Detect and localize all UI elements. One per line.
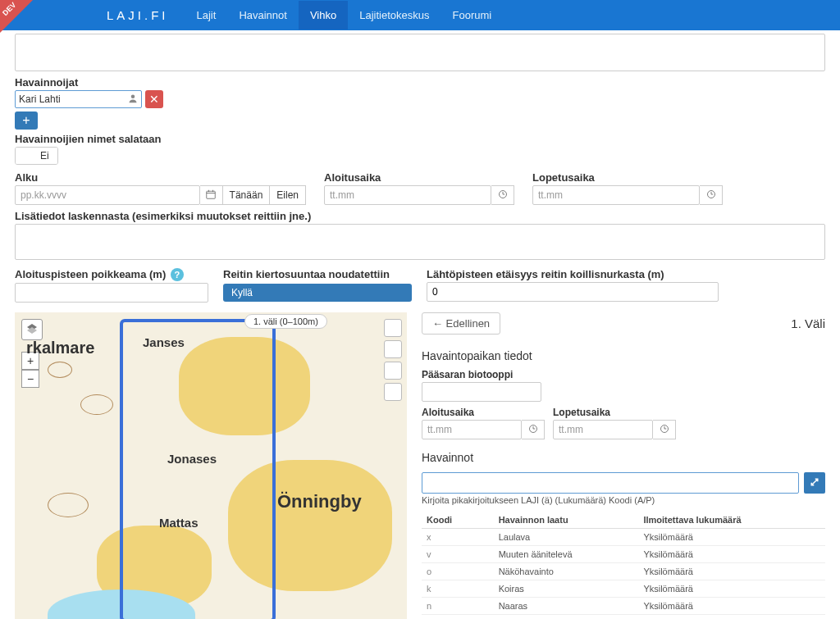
end-time-input[interactable] [532, 185, 700, 205]
right-aloitus-label: Aloitusaika [422, 407, 545, 418]
table-cell: v [422, 546, 494, 563]
remove-observer-button[interactable]: ✕ [145, 90, 163, 108]
expand-button[interactable] [804, 472, 825, 494]
right-lopetus-label: Lopetusaika [553, 407, 676, 418]
table-cell: Koiras [494, 580, 639, 598]
havaintopaikan-title: Havaintopaikan tiedot [422, 349, 825, 362]
table-row: yYlilentäväYksilömäärä [422, 615, 825, 620]
map-label-mattas: Mattas [159, 516, 199, 530]
havainnot-title: Havainnot [422, 451, 825, 464]
map-tool-4[interactable] [384, 383, 402, 401]
close-icon: ✕ [149, 93, 159, 106]
person-icon [128, 93, 138, 106]
observers-label: Havainnoijat [15, 76, 825, 89]
map-segment-pill[interactable]: 1. väli (0–100m) [244, 314, 327, 329]
codes-table: Koodi Havainnon laatu Ilmoitettava lukum… [422, 512, 825, 619]
svg-rect-3 [208, 189, 209, 191]
biotooppi-input[interactable] [422, 382, 541, 402]
clock-icon [528, 424, 538, 436]
table-cell: Yksilömäärä [638, 546, 825, 563]
brand-logo[interactable]: LAJI.FI [107, 8, 169, 22]
table-cell: o [422, 563, 494, 580]
segment-end-clock[interactable] [653, 420, 676, 439]
table-row: xLaulavaYksilömäärä [422, 529, 825, 546]
map-tool-1[interactable] [384, 319, 402, 337]
help-icon[interactable]: ? [171, 268, 184, 281]
add-observer-button[interactable]: + [15, 112, 38, 130]
svg-rect-1 [207, 191, 216, 198]
poikkeama-input[interactable] [15, 283, 208, 303]
clock-icon [498, 189, 508, 202]
hidden-names-toggle[interactable]: Ei [15, 147, 58, 165]
map[interactable]: 1. väli (0–100m) + − rkalmare Janses Jon… [15, 312, 407, 619]
lopetusaika-label: Lopetusaika [532, 171, 723, 184]
dev-badge: DEV [0, 0, 33, 33]
clock-icon [660, 424, 669, 436]
svg-point-0 [131, 94, 135, 98]
table-cell: y [422, 615, 494, 620]
previous-button[interactable]: ← Edellinen [422, 312, 500, 335]
th-laatu: Havainnon laatu [494, 512, 639, 529]
table-cell: Laulava [494, 529, 639, 546]
table-row: kKoirasYksilömäärä [422, 580, 825, 598]
expand-icon [810, 477, 819, 489]
table-cell: k [422, 580, 494, 598]
table-cell: Yksilömäärä [638, 615, 825, 620]
svg-rect-4 [212, 189, 213, 191]
nav-havainnot[interactable]: Havainnot [227, 1, 299, 30]
segment-start-input[interactable] [422, 420, 522, 439]
reitin-toggle[interactable]: Kyllä [223, 284, 412, 302]
svg-marker-12 [27, 327, 37, 334]
lisatiedot-label: Lisätiedot laskennasta (esimerkiksi muut… [15, 210, 825, 222]
nav-foorumi[interactable]: Foorumi [441, 1, 504, 30]
plus-icon: + [22, 113, 30, 128]
calendar-button[interactable] [200, 185, 223, 205]
table-cell: x [422, 529, 494, 546]
zoom-out-button[interactable]: − [21, 370, 39, 388]
map-label-janses: Janses [143, 335, 185, 349]
nav-vihko[interactable]: Vihko [299, 1, 348, 30]
poikkeama-label: Aloituspisteen poikkeama (m) ? [15, 268, 208, 281]
start-clock-button[interactable] [491, 185, 514, 205]
reitin-label: Reitin kiertosuuntaa noudatettiin [223, 268, 412, 280]
nav-lajitietokeskus[interactable]: Lajitietokeskus [348, 1, 441, 30]
table-cell: n [422, 598, 494, 615]
observer-name: Kari Lahti [19, 93, 61, 105]
table-cell: Yksilömäärä [638, 598, 825, 615]
map-layers-button[interactable] [21, 319, 43, 340]
segment-start-clock[interactable] [522, 420, 545, 439]
observer-tag[interactable]: Kari Lahti [15, 90, 142, 108]
hidden-names-label: Havainnoijien nimet salataan [15, 133, 825, 145]
lahto-label: Lähtöpisteen etäisyys reitin koillisnurk… [427, 268, 719, 280]
table-row: vMuuten ääniteleväYksilömäärä [422, 546, 825, 563]
table-row: oNäköhavaintoYksilömäärä [422, 563, 825, 580]
table-cell: Muuten äänitelevä [494, 546, 639, 563]
map-label-onningby: Önningby [277, 491, 362, 512]
date-input[interactable] [15, 185, 200, 205]
table-cell: Naaras [494, 598, 639, 615]
lahto-input[interactable] [427, 282, 719, 302]
today-button[interactable]: Tänään [223, 185, 271, 205]
segment-end-input[interactable] [553, 420, 653, 439]
table-cell: Yksilömäärä [638, 529, 825, 546]
yesterday-button[interactable]: Eilen [270, 185, 306, 205]
top-navbar: LAJI.FI Lajit Havainnot Vihko Lajitietok… [0, 0, 840, 30]
nav-lajit[interactable]: Lajit [185, 1, 228, 30]
end-clock-button[interactable] [700, 185, 723, 205]
table-cell: Ylilentävä [494, 615, 639, 620]
lisatiedot-textarea[interactable] [15, 224, 825, 260]
map-label-jonases: Jonases [167, 452, 217, 466]
observation-quick-input[interactable] [422, 472, 799, 494]
clock-icon [706, 189, 716, 202]
th-koodi: Koodi [422, 512, 494, 529]
map-tool-3[interactable] [384, 362, 402, 380]
table-cell: Yksilömäärä [638, 563, 825, 580]
layers-icon [25, 322, 39, 338]
map-label-rkalmare: rkalmare [26, 339, 94, 357]
calendar-icon [206, 189, 216, 202]
map-tool-2[interactable] [384, 340, 402, 358]
toggle-ei: Ei [32, 148, 57, 164]
aloitusaika-label: Aloitusaika [324, 171, 514, 184]
start-time-input[interactable] [324, 185, 491, 205]
top-textarea[interactable] [15, 34, 825, 71]
